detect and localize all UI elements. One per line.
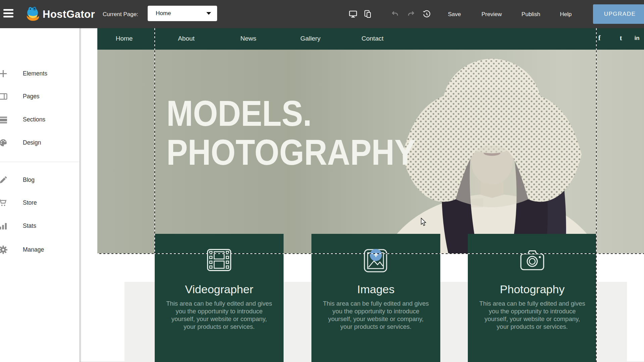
sidebar-label: Blog (23, 176, 35, 184)
section-outline-bottom (97, 253, 644, 254)
sidebar-label: Sections (23, 116, 45, 123)
editor-toolbar: HostGator Current Page: Home (0, 0, 644, 28)
facebook-icon[interactable]: f (598, 34, 601, 42)
add-image-badge-icon[interactable]: + (370, 249, 382, 261)
sidebar-item-pages[interactable]: Pages (0, 91, 80, 102)
site-nav-home[interactable]: Home (116, 35, 133, 42)
twitter-icon[interactable]: t (620, 34, 622, 42)
card-title[interactable]: Videographer (155, 283, 284, 296)
sidebar-label: Pages (23, 93, 40, 100)
film-icon (207, 249, 232, 272)
sidebar-label: Elements (23, 70, 47, 77)
editor-canvas: Home About News Gallery Contact f t in (80, 28, 644, 362)
redo-icon[interactable] (407, 10, 415, 18)
site-page: Home About News Gallery Contact f t in (97, 28, 644, 362)
sidebar-item-store[interactable]: Store (0, 197, 80, 209)
site-nav-contact[interactable]: Contact (361, 35, 383, 42)
history-icon[interactable] (423, 10, 431, 18)
hostgator-logo: HostGator (26, 6, 95, 23)
preview-button[interactable]: Preview (482, 11, 502, 18)
sidebar-label: Manage (23, 246, 44, 253)
sidebar-item-stats[interactable]: Stats (0, 220, 80, 232)
card-body[interactable]: This area can be fully edited and gives … (479, 300, 585, 330)
sidebar-item-elements[interactable]: Elements (0, 68, 80, 80)
section-outline-left (154, 28, 155, 254)
page-dropdown-value: Home (156, 10, 206, 17)
card-body[interactable]: This area can be fully edited and gives … (323, 300, 429, 330)
site-nav-about[interactable]: About (178, 35, 195, 42)
card-title[interactable]: Photography (468, 283, 597, 296)
publish-button[interactable]: Publish (522, 11, 540, 18)
card-body[interactable]: This area can be fully edited and gives … (166, 300, 272, 330)
card-title[interactable]: Images (311, 283, 440, 296)
section-outline-right (596, 28, 597, 362)
hero-heading[interactable]: MODELS. PHOTOGRAPHY (166, 94, 450, 172)
chevron-down-icon (206, 12, 211, 15)
hero-heading-line2: PHOTOGRAPHY (166, 133, 416, 172)
builder-sidebar: Elements Pages Sections Design (0, 28, 80, 362)
hero-section[interactable]: MODELS. PHOTOGRAPHY (97, 50, 644, 254)
save-button[interactable]: Save (448, 11, 461, 18)
undo-icon[interactable] (391, 10, 399, 18)
gear-icon (0, 245, 8, 254)
sidebar-label: Stats (23, 222, 36, 229)
image-plus-icon: + (363, 249, 388, 272)
sidebar-item-sections[interactable]: Sections (0, 114, 80, 125)
linkedin-icon[interactable]: in (634, 35, 639, 42)
cart-icon (0, 198, 8, 207)
desktop-preview-icon[interactable] (349, 10, 357, 18)
upgrade-button[interactable]: UPGRADE (593, 4, 644, 24)
plus-icon (0, 69, 8, 78)
sidebar-item-blog[interactable]: Blog (0, 174, 80, 186)
hamburger-menu-icon[interactable] (3, 9, 14, 19)
site-nav-bar[interactable]: Home About News Gallery Contact f t in (97, 28, 644, 50)
camera-icon (520, 249, 545, 272)
pages-icon (0, 92, 8, 101)
mouse-cursor (421, 218, 427, 228)
site-nav-news[interactable]: News (240, 35, 256, 42)
sidebar-divider (0, 162, 80, 162)
pencil-icon (0, 175, 8, 185)
sections-icon (0, 115, 8, 124)
brand-text: HostGator (43, 8, 95, 20)
mobile-preview-icon[interactable] (364, 10, 372, 18)
sidebar-label: Store (23, 199, 37, 206)
page-dropdown[interactable]: Home (148, 6, 217, 21)
sidebar-label: Design (23, 139, 41, 146)
gator-mascot-icon (26, 6, 40, 23)
stats-icon (0, 221, 8, 230)
help-button[interactable]: Help (560, 11, 572, 18)
palette-icon (0, 138, 8, 147)
sidebar-item-design[interactable]: Design (0, 137, 80, 149)
current-page-label: Current Page: (103, 11, 138, 18)
hero-heading-line1: MODELS. (166, 94, 416, 133)
sidebar-item-manage[interactable]: Manage (0, 244, 80, 256)
site-nav-gallery[interactable]: Gallery (300, 35, 320, 42)
